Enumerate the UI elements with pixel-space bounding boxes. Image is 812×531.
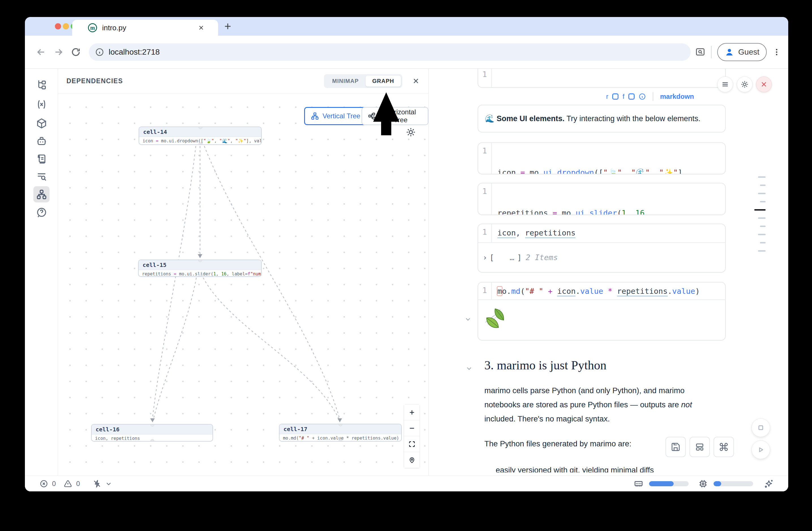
graph-node-cell-16[interactable]: cell-16 icon, repetitions: [91, 424, 213, 442]
reload-button[interactable]: [71, 47, 81, 57]
leaf-emoji-output: [483, 307, 505, 333]
minimap-dash[interactable]: [758, 193, 766, 194]
format-toggle-checkbox[interactable]: [628, 94, 635, 100]
cell-editor-momd[interactable]: 1 mo.md("# " + icon.value * repetitions.…: [478, 282, 726, 341]
sidebar-item-snippets[interactable]: [33, 150, 49, 167]
sidebar-item-search-outline[interactable]: [33, 169, 49, 185]
address-bar[interactable]: localhost:2718: [89, 43, 691, 61]
vertical-tree-button[interactable]: Vertical Tree: [304, 107, 367, 125]
section-paragraph-2: The Python files generated by marimo are…: [484, 437, 632, 451]
graph-settings-icon[interactable]: [405, 127, 416, 138]
notebook-settings-button[interactable]: [737, 76, 753, 92]
help-icon: [36, 207, 47, 218]
zoom-out-button[interactable]: [404, 420, 420, 436]
node-title: cell-17: [279, 424, 401, 434]
panel-title: DEPENDENCIES: [67, 77, 123, 85]
robot-icon: [36, 135, 47, 147]
cell-editor-refs[interactable]: 1 icon, repetitions › [ … ] 2 Items: [478, 224, 726, 273]
stop-button[interactable]: [752, 418, 770, 437]
hamburger-icon: [721, 81, 729, 88]
line-number: 1: [478, 283, 492, 300]
line-number: 1: [478, 224, 492, 242]
graph-node-cell-15[interactable]: cell-15 repetitions = mo.ui.slider(1, 16…: [138, 260, 262, 277]
traffic-minimize-button[interactable]: [63, 23, 69, 29]
sidebar-item-file-explorer[interactable]: [33, 76, 49, 92]
command-icon: [719, 442, 728, 452]
warnings-icon[interactable]: [64, 479, 72, 488]
cpu-icon[interactable]: [698, 479, 708, 489]
info-icon[interactable]: [639, 93, 646, 100]
tab-graph[interactable]: GRAPH: [365, 75, 401, 87]
tab-minimap[interactable]: MINIMAP: [325, 75, 365, 87]
cell-editor-markdown-intro[interactable]: 1 **🌊 Some UI elements.** Try interactin…: [478, 69, 726, 88]
forward-button[interactable]: [53, 47, 64, 57]
status-bar: 0 0: [25, 475, 788, 491]
graph-node-cell-14[interactable]: cell-14 icon = mo.ui.dropdown(["🍃", "🌊",…: [139, 127, 262, 145]
node-title: cell-16: [92, 425, 213, 434]
close-icon: [760, 81, 768, 88]
minimap-dash[interactable]: [760, 185, 766, 186]
run-toggle-checkbox[interactable]: [612, 94, 619, 100]
layout-button[interactable]: [690, 437, 710, 457]
notebook-menu-button[interactable]: [717, 76, 733, 92]
center-selection-button[interactable]: [404, 452, 420, 468]
horizontal-tree-button[interactable]: Horizontal Tree: [362, 107, 429, 125]
tab-search-icon[interactable]: [695, 47, 705, 57]
code-line: repetitions = mo.ui.slider(1, 16,: [497, 208, 654, 215]
expand-chevron[interactable]: ›: [483, 253, 487, 262]
marimo-favicon-icon: m: [88, 23, 97, 32]
sidebar-item-variables[interactable]: [33, 96, 49, 112]
url-text: localhost:2718: [108, 47, 160, 57]
cell-editor-dropdown[interactable]: 1 icon = mo.ui.dropdown(["🍃", "🌊", "✨"],…: [478, 142, 726, 174]
array-output[interactable]: › [ … ] 2 Items: [478, 243, 725, 272]
shutdown-button[interactable]: [756, 76, 772, 92]
back-button[interactable]: [35, 47, 46, 57]
sidebar-item-help[interactable]: [33, 204, 49, 220]
variables-icon: [36, 99, 47, 110]
command-palette-button[interactable]: [713, 437, 734, 457]
traffic-close-button[interactable]: [55, 23, 61, 29]
minimap-dash[interactable]: [758, 250, 766, 252]
browser-menu-icon[interactable]: [772, 48, 781, 56]
dependency-graph-icon: [36, 189, 47, 200]
minimap-dash-active[interactable]: [754, 209, 766, 211]
run-all-button[interactable]: [752, 441, 770, 459]
chevron-down-icon[interactable]: [105, 480, 112, 487]
scroll-icon: [36, 153, 47, 164]
minimap-dash[interactable]: [758, 217, 766, 219]
shortcut-f-label: f: [622, 92, 624, 100]
minimap-dash[interactable]: [758, 234, 766, 235]
graph-node-cell-17[interactable]: cell-17 mo.md("# " + icon.value * repeti…: [279, 424, 402, 442]
minimap-dash[interactable]: [758, 176, 766, 178]
zoom-in-button[interactable]: [404, 404, 420, 420]
section-heading: 3. marimo is just Python: [484, 358, 606, 373]
run-disabled-icon[interactable]: [92, 479, 102, 488]
language-label[interactable]: markdown: [660, 92, 694, 100]
minimap-dash[interactable]: [760, 201, 766, 202]
sidebar-item-dependencies[interactable]: [33, 186, 49, 202]
play-icon: [756, 446, 765, 454]
collapse-output-chevron[interactable]: [464, 316, 472, 323]
profile-button[interactable]: Guest: [717, 43, 767, 61]
cell-minimap[interactable]: [754, 176, 766, 258]
minimap-dash[interactable]: [760, 226, 766, 227]
collapse-section-chevron[interactable]: [465, 365, 473, 372]
graph-edges: [58, 94, 429, 475]
cell-editor-slider[interactable]: 1 repetitions = mo.ui.slider(1, 16, labe…: [478, 183, 726, 215]
site-info-icon[interactable]: [95, 47, 104, 57]
memory-icon[interactable]: [634, 479, 643, 489]
panel-close-icon[interactable]: [412, 77, 420, 85]
panel-tab-switcher: MINIMAP GRAPH: [324, 74, 402, 88]
ai-sparkle-icon[interactable]: [763, 479, 773, 489]
tab-close-icon[interactable]: [198, 24, 205, 31]
sidebar-item-ai-assistant[interactable]: [33, 133, 49, 149]
minimap-dash[interactable]: [760, 242, 766, 243]
new-tab-button[interactable]: [223, 21, 233, 31]
fit-view-button[interactable]: [404, 436, 420, 452]
errors-icon[interactable]: [40, 479, 48, 488]
browser-tab[interactable]: m intro.py: [72, 20, 218, 36]
dependency-graph-canvas[interactable]: Vertical Tree Horizontal Tree cell-14 ic…: [58, 94, 429, 475]
sidebar-item-packages[interactable]: [33, 115, 49, 131]
save-button[interactable]: [665, 437, 686, 457]
browser-toolbar: localhost:2718 Guest: [25, 36, 788, 69]
